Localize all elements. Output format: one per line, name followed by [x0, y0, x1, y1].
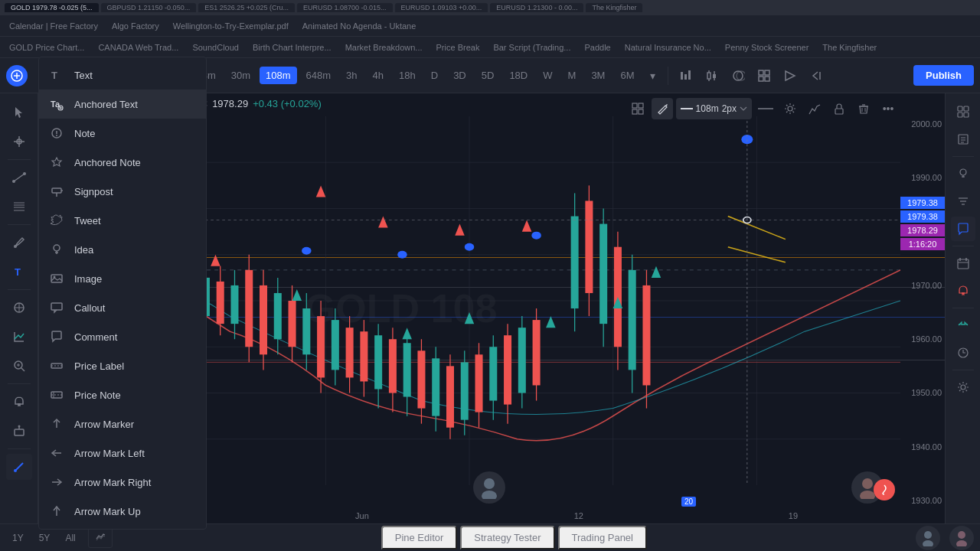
submenu-price-note[interactable]: Price Note [39, 380, 206, 409]
compare-chart-btn[interactable] [88, 527, 113, 548]
fib-tool-btn[interactable] [6, 194, 32, 220]
alert-panel-btn[interactable] [951, 279, 975, 303]
submenu-idea[interactable]: Idea [39, 235, 206, 264]
timeframe-dropdown[interactable]: ▾ [644, 67, 662, 85]
nav-item[interactable]: The Kingfisher [818, 41, 881, 54]
news-btn[interactable] [951, 127, 975, 152]
browser-tab[interactable]: GOLD 1979.78 -0.025 (5... [5, 3, 99, 12]
timeframe-5D[interactable]: 5D [475, 67, 501, 84]
chart-type-candle-btn[interactable] [701, 64, 724, 87]
nav-item[interactable]: Birth Chart Interpre... [248, 41, 336, 54]
submenu-signpost[interactable]: Signpost [39, 177, 206, 206]
chart-delete-btn[interactable] [853, 98, 874, 119]
line-width-selector[interactable]: 108m 2px [676, 98, 752, 119]
text-drawing-tool-btn[interactable]: T [6, 259, 32, 285]
nav-item[interactable]: SoundCloud [188, 41, 243, 54]
bookmark-item[interactable]: Algo Factory [107, 20, 164, 32]
submenu-price-label[interactable]: Price Label [39, 351, 206, 380]
trading-panel-tab[interactable]: Trading Panel [558, 526, 647, 549]
bookmark-item[interactable]: Calendar | Free Factory [5, 20, 103, 32]
timeframe-648m[interactable]: 648m [300, 67, 338, 84]
submenu-tweet[interactable]: Tweet [39, 206, 206, 235]
timeframe-D[interactable]: D [425, 67, 444, 84]
drawing-active-btn[interactable] [6, 454, 32, 480]
submenu-note[interactable]: Note [39, 119, 206, 148]
timeframe-18D[interactable]: 18D [503, 67, 534, 84]
strategy-tester-tab[interactable]: Strategy Tester [460, 526, 554, 549]
chart-draw-btn[interactable] [652, 98, 673, 119]
submenu-comment[interactable]: Comment [39, 322, 206, 351]
nav-item[interactable]: Bar Script (Trading... [488, 41, 575, 54]
timeframe-108m[interactable]: 108m [260, 67, 297, 84]
bookmark-item[interactable]: Animated No Agenda - Uktane [298, 20, 421, 32]
chart-indicators-btn[interactable] [675, 64, 697, 87]
chart-layout-btn[interactable] [753, 64, 776, 87]
nav-item[interactable]: Paddle [580, 41, 615, 54]
chart-more-btn[interactable]: ••• [877, 98, 899, 119]
crosshair-tool-btn[interactable] [6, 129, 32, 155]
nav-item[interactable]: Market Breakdown... [341, 41, 427, 54]
timeframe-30m[interactable]: 30m [225, 67, 256, 84]
chart-settings-btn[interactable] [779, 98, 801, 119]
timeframe-4h[interactable]: 4h [367, 67, 390, 84]
submenu-image[interactable]: Image [39, 264, 206, 293]
ideas-btn[interactable] [951, 161, 975, 186]
watchlist-btn[interactable] [951, 99, 975, 124]
chart-indicators-btn2[interactable] [804, 98, 825, 119]
order-tool-btn[interactable] [6, 418, 32, 444]
submenu-arrow-mark-up[interactable]: Arrow Mark Up [39, 497, 206, 523]
alert-tool-btn[interactable] [6, 389, 32, 415]
line-style-btn[interactable] [755, 98, 776, 119]
svg-point-197 [860, 491, 875, 499]
timeframe-3D[interactable]: 3D [447, 67, 472, 84]
chart-replay-btn[interactable] [779, 64, 802, 87]
svg-rect-145 [432, 358, 439, 416]
bookmark-item[interactable]: Wellington-to-Try-Exemplar.pdf [168, 20, 293, 32]
browser-tab[interactable]: ES1 2526.25 +0.025 (Cru... [198, 3, 295, 12]
browser-tab[interactable]: The Kingfisher [586, 3, 642, 12]
timeframe-18h[interactable]: 18h [393, 67, 422, 84]
timeframe-6M[interactable]: 6M [614, 67, 640, 84]
browser-tab[interactable]: EURUSD 1.21300 - 0.00... [490, 3, 583, 12]
history-btn[interactable] [951, 341, 975, 365]
chart-prev-btn[interactable] [805, 64, 828, 87]
year-1-btn[interactable]: 1Y [6, 530, 30, 546]
pine-editor-tab[interactable]: Pine Editor [381, 526, 458, 549]
year-5-btn[interactable]: 5Y [33, 530, 57, 546]
nav-item[interactable]: GOLD Price Chart... [5, 41, 89, 54]
submenu-arrow-mark-right[interactable]: Arrow Mark Right [39, 468, 206, 497]
browser-tab[interactable]: EURUSD 1.08700 -0.015... [297, 3, 393, 12]
nav-item[interactable]: Price Break [432, 41, 485, 54]
chat-btn[interactable] [951, 217, 975, 241]
nav-item[interactable]: Penny Stock Screener [720, 41, 813, 54]
brush-tool-btn[interactable] [6, 230, 32, 256]
submenu-callout[interactable]: Callout [39, 293, 206, 322]
browser-tab[interactable]: GBPUSD 1.21150 -0.050... [101, 3, 197, 12]
timeframe-M[interactable]: M [562, 67, 583, 84]
submenu-anchored-text[interactable]: Ta Anchored Text [39, 93, 206, 119]
timeframe-3M[interactable]: 3M [585, 67, 611, 84]
cursor-tool-btn[interactable] [6, 99, 32, 126]
screener-btn[interactable] [951, 189, 975, 214]
submenu-arrow-marker[interactable]: Arrow Marker [39, 409, 206, 439]
trend-line-tool-btn[interactable] [6, 165, 32, 191]
timeframe-W[interactable]: W [537, 67, 558, 84]
timeframe-3h[interactable]: 3h [340, 67, 363, 84]
chart-grid-btn[interactable] [627, 98, 648, 119]
chart-lock-btn[interactable] [828, 98, 850, 119]
settings-panel-btn[interactable] [951, 375, 975, 399]
browser-tab[interactable]: EURUSD 1.09103 +0.00... [395, 3, 488, 12]
measure-tool-btn[interactable] [6, 324, 32, 350]
submenu-anchored-note[interactable]: Anchored Note [39, 148, 206, 177]
all-btn[interactable]: All [59, 530, 81, 546]
publish-button[interactable]: Publish [913, 65, 974, 86]
buy-sell-btn[interactable] [951, 313, 975, 337]
chart-compare-btn[interactable] [727, 64, 750, 87]
submenu-arrow-mark-left[interactable]: Arrow Mark Left [39, 439, 206, 468]
pattern-tool-btn[interactable] [6, 295, 32, 321]
zoom-tool-btn[interactable] [6, 353, 32, 379]
app-logo[interactable] [6, 65, 28, 86]
calendar-btn[interactable] [951, 251, 975, 276]
nav-item[interactable]: CANADA Web Trad... [93, 41, 183, 54]
nav-item[interactable]: Natural Insurance No... [620, 41, 716, 54]
